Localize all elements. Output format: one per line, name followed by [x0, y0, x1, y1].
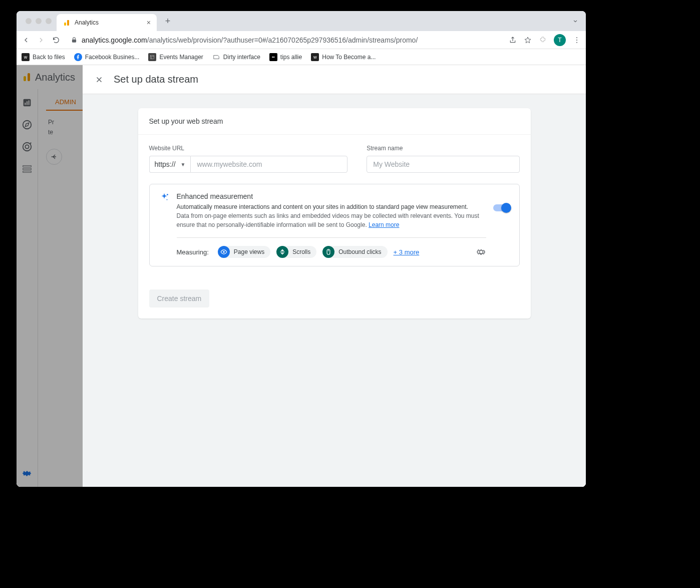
reload-button[interactable]: [52, 36, 61, 45]
svg-point-3: [576, 37, 577, 38]
bookmark-item[interactable]: ••tips allie: [269, 53, 302, 61]
tab-title: Analytics: [75, 19, 143, 26]
eye-icon: [218, 246, 230, 258]
chevron-down-icon: ▼: [181, 162, 186, 167]
sheet-header: Set up data stream: [83, 65, 586, 94]
sparkle-icon: [159, 192, 170, 203]
svg-rect-6: [151, 55, 155, 59]
svg-point-17: [167, 194, 168, 195]
bookmark-item[interactable]: Facebook Busines...: [74, 53, 140, 61]
lock-icon: [71, 37, 78, 44]
svg-rect-1: [67, 20, 69, 26]
forward-button[interactable]: [37, 36, 46, 45]
more-measurements-link[interactable]: + 3 more: [394, 248, 420, 256]
sheet-body: Set up your web stream Website URL https…: [83, 94, 586, 487]
settings-gear-icon[interactable]: [476, 247, 486, 257]
sheet-title: Set up data stream: [114, 74, 198, 85]
protocol-select[interactable]: https:// ▼: [149, 156, 191, 173]
bookmark-item[interactable]: Dirty interface: [212, 53, 260, 61]
url-text: analytics.google.com/analytics/web/provi…: [82, 36, 418, 44]
bookmarks-bar: wBack to files Facebook Busines... Event…: [17, 49, 586, 65]
learn-more-link[interactable]: Learn more: [369, 221, 399, 228]
bookmark-item[interactable]: wHow To Become a...: [311, 53, 376, 61]
data-stream-sheet: Set up data stream Set up your web strea…: [83, 65, 586, 487]
bookmark-item[interactable]: Events Manager: [148, 53, 203, 61]
setup-card: Set up your web stream Website URL https…: [138, 108, 531, 319]
svg-point-19: [223, 251, 225, 253]
stream-name-label: Stream name: [367, 145, 519, 152]
backdrop-overlay: [17, 65, 83, 487]
browser-toolbar: analytics.google.com/analytics/web/provi…: [17, 31, 586, 49]
svg-rect-0: [64, 23, 66, 26]
tab-bar: Analytics × +: [17, 11, 586, 31]
create-stream-button[interactable]: Create stream: [149, 289, 210, 308]
chip-page-views: Page views: [218, 246, 270, 258]
page-content: Analytics ADMIN Pr te: [17, 65, 586, 487]
menu-icon[interactable]: [573, 36, 581, 44]
enhanced-toggle[interactable]: [493, 204, 510, 211]
ga-favicon: [63, 19, 71, 27]
tabs-dropdown-icon[interactable]: [572, 18, 586, 25]
enhanced-measurement-box: Enhanced measurement Automatically measu…: [149, 184, 520, 266]
chip-scrolls: Scrolls: [276, 246, 316, 258]
card-heading: Set up your web stream: [138, 108, 531, 135]
website-url-label: Website URL: [149, 145, 348, 152]
close-icon[interactable]: [95, 75, 104, 84]
address-bar[interactable]: analytics.google.com/analytics/web/provi…: [67, 36, 503, 44]
enhanced-desc: Automatically measure interactions and c…: [177, 203, 486, 210]
back-button[interactable]: [22, 36, 31, 45]
svg-point-4: [576, 40, 577, 41]
svg-point-18: [166, 199, 167, 200]
star-icon[interactable]: [524, 36, 532, 44]
close-tab-icon[interactable]: ×: [147, 19, 151, 27]
share-icon[interactable]: [509, 36, 517, 44]
chip-outbound: Outbound clicks: [322, 246, 387, 258]
measuring-row: Measuring: Page views Scrolls: [177, 246, 486, 258]
profile-avatar[interactable]: T: [554, 34, 566, 46]
browser-window: Analytics × + analytics.google.com/analy…: [17, 11, 586, 487]
enhanced-title: Enhanced measurement: [177, 192, 486, 200]
new-tab-button[interactable]: +: [161, 14, 175, 28]
extensions-icon[interactable]: [539, 36, 547, 44]
scroll-icon: [276, 246, 288, 258]
window-controls[interactable]: [21, 18, 57, 24]
measuring-label: Measuring:: [177, 248, 209, 256]
bookmark-item[interactable]: wBack to files: [22, 53, 65, 61]
browser-tab[interactable]: Analytics ×: [57, 14, 157, 31]
svg-point-5: [576, 42, 577, 43]
mouse-icon: [322, 246, 334, 258]
website-url-input[interactable]: [190, 156, 347, 173]
svg-rect-2: [72, 39, 76, 42]
enhanced-subtext: Data from on-page elements such as links…: [177, 211, 486, 229]
stream-name-input[interactable]: [367, 156, 519, 173]
